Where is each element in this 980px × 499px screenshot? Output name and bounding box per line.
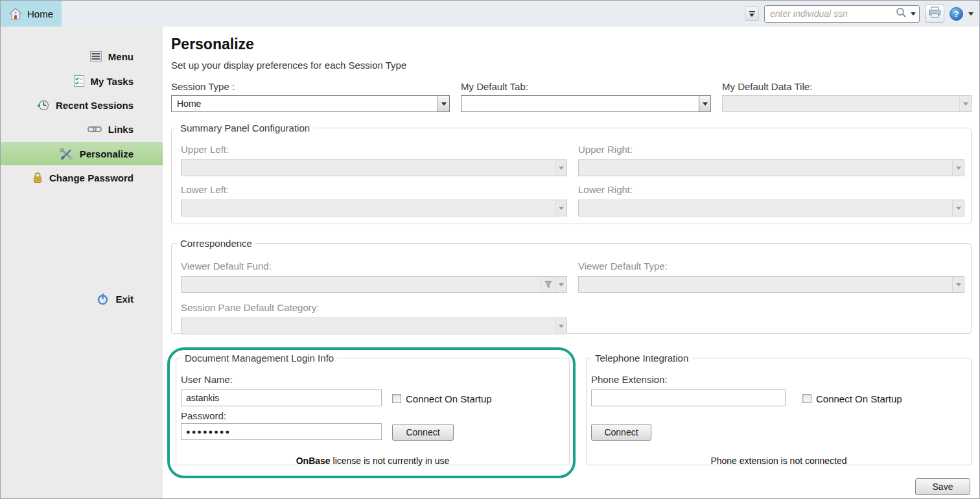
- phone-connect-on-startup-checkbox[interactable]: [802, 394, 811, 403]
- links-icon: [88, 126, 102, 133]
- phone-extension-input[interactable]: [591, 389, 786, 406]
- lower-right-select: [578, 200, 964, 216]
- help-button[interactable]: ?: [950, 7, 963, 21]
- chevron-down-icon: [555, 200, 566, 216]
- sidebar-item-label: Change Password: [49, 172, 134, 183]
- telephone-integration-legend: Telephone Integration: [592, 353, 692, 364]
- correspondence-group: Correspondence Viewer Default Fund: View…: [171, 238, 972, 334]
- home-icon: [9, 8, 22, 20]
- tools-icon: [60, 148, 73, 160]
- printer-icon: [928, 6, 941, 21]
- search-dropdown-icon[interactable]: [911, 12, 916, 16]
- sidebar-item-personalize[interactable]: Personalize: [1, 142, 163, 165]
- main-content: Personalize Set up your display preferen…: [163, 27, 980, 499]
- search-icon[interactable]: [896, 7, 907, 21]
- viewer-default-fund-select: [181, 276, 567, 293]
- lock-icon: [32, 172, 43, 183]
- filter-icon: [541, 277, 555, 292]
- sidebar-item-my-tasks[interactable]: My Tasks: [1, 69, 163, 93]
- power-icon: [97, 293, 109, 305]
- sidebar: Menu My Tasks Recent Sessions Links Pers…: [1, 27, 163, 499]
- viewer-default-type-label: Viewer Default Type:: [578, 261, 668, 272]
- page-subtitle: Set up your display preferences for each…: [171, 60, 406, 71]
- lower-left-select: [181, 200, 567, 216]
- session-type-label: Session Type :: [171, 81, 235, 92]
- topbar: Home ?: [1, 1, 979, 27]
- session-type-select[interactable]: Home: [171, 95, 450, 112]
- sidebar-item-label: Links: [108, 124, 134, 135]
- default-data-tile-label: My Default Data Tile:: [722, 81, 812, 92]
- recent-sessions-icon: [36, 99, 49, 111]
- tab-home[interactable]: Home: [1, 1, 62, 27]
- password-input[interactable]: [181, 423, 382, 440]
- default-tab-label: My Default Tab:: [461, 81, 528, 92]
- chevron-down-icon[interactable]: [699, 96, 710, 111]
- sidebar-item-menu[interactable]: Menu: [1, 45, 163, 68]
- page-title: Personalize: [171, 36, 254, 53]
- sidebar-item-links[interactable]: Links: [1, 117, 163, 141]
- sidebar-item-label: My Tasks: [91, 76, 134, 87]
- doc-connect-button[interactable]: Connect: [392, 424, 454, 441]
- phone-connect-on-startup-label: Connect On Startup: [816, 393, 902, 404]
- onbase-brand: OnBase: [296, 456, 331, 466]
- help-dropdown-icon[interactable]: [968, 12, 974, 16]
- viewer-default-fund-label: Viewer Default Fund:: [181, 261, 272, 272]
- lower-right-label: Lower Right:: [578, 184, 633, 195]
- document-management-login-group: Document Management Login Info User Name…: [176, 353, 570, 465]
- sidebar-item-label: Personalize: [80, 148, 134, 159]
- tab-home-label: Home: [27, 8, 53, 19]
- sidebar-item-exit[interactable]: Exit: [1, 287, 163, 310]
- default-tab-value: [461, 96, 699, 111]
- summary-panel-configuration-group: Summary Panel Configuration Upper Left: …: [171, 122, 972, 224]
- chevron-down-icon: [952, 200, 964, 216]
- collapse-search-button[interactable]: [745, 6, 759, 21]
- lower-left-label: Lower Left:: [181, 184, 229, 195]
- viewer-default-type-select: [578, 276, 964, 293]
- upper-left-select: [181, 159, 567, 176]
- onbase-license-status: OnBase license is not currently in use: [176, 456, 569, 466]
- search-box: [764, 5, 920, 23]
- sidebar-item-label: Menu: [108, 51, 134, 62]
- sidebar-item-label: Exit: [115, 294, 134, 305]
- sidebar-item-change-password[interactable]: Change Password: [1, 166, 163, 189]
- doc-connect-on-startup-label: Connect On Startup: [406, 393, 492, 404]
- print-button[interactable]: [925, 5, 944, 23]
- help-icon: ?: [954, 9, 959, 19]
- user-name-input[interactable]: [181, 389, 382, 406]
- correspondence-legend: Correspondence: [177, 238, 255, 249]
- summary-panel-legend: Summary Panel Configuration: [177, 122, 313, 133]
- session-type-value: Home: [172, 96, 438, 111]
- doc-connect-on-startup-checkbox[interactable]: [392, 394, 401, 403]
- save-button[interactable]: Save: [915, 478, 970, 495]
- default-data-tile-value: [723, 96, 959, 111]
- chevron-down-icon: [952, 277, 964, 292]
- topbar-controls: ?: [745, 1, 974, 27]
- phone-connect-button[interactable]: Connect: [591, 424, 651, 441]
- chevron-down-icon[interactable]: [438, 96, 449, 111]
- session-pane-default-category-label: Session Pane Default Category:: [181, 302, 319, 313]
- tasks-icon: [74, 75, 84, 87]
- chevron-down-icon: [555, 160, 566, 176]
- session-pane-default-category-select: [181, 318, 567, 334]
- phone-extension-label: Phone Extension:: [591, 374, 668, 385]
- document-management-legend: Document Management Login Info: [181, 353, 337, 364]
- default-tab-select[interactable]: [461, 95, 711, 112]
- chevron-down-icon: [959, 96, 971, 111]
- user-name-label: User Name:: [181, 374, 233, 385]
- sidebar-item-recent-sessions[interactable]: Recent Sessions: [1, 93, 163, 117]
- telephone-integration-group: Telephone Integration Phone Extension: C…: [586, 353, 972, 465]
- upper-left-label: Upper Left:: [181, 144, 229, 155]
- sidebar-item-label: Recent Sessions: [56, 100, 134, 111]
- menu-icon: [90, 51, 102, 62]
- password-label: Password:: [181, 410, 226, 421]
- upper-right-label: Upper Right:: [578, 144, 633, 155]
- chevron-down-icon: [555, 318, 566, 334]
- default-data-tile-select: [722, 95, 972, 112]
- chevron-down-icon: [952, 160, 964, 176]
- app-window: Home ?: [0, 0, 980, 499]
- phone-extension-status: Phone extension is not connected: [587, 456, 971, 466]
- upper-right-select: [578, 159, 964, 176]
- chevron-down-icon: [555, 277, 566, 292]
- dock-arrow-icon: [749, 11, 755, 12]
